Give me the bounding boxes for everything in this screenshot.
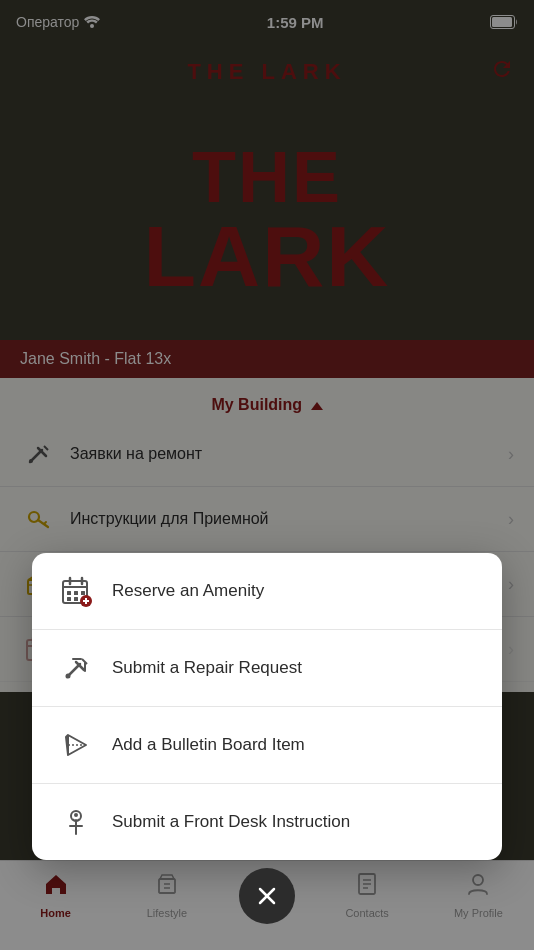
svg-rect-26 <box>74 597 78 601</box>
popup-reserve-text: Reserve an Amenity <box>112 581 264 601</box>
popup-bulletin-text: Add a Bulletin Board Item <box>112 735 305 755</box>
svg-rect-23 <box>74 591 78 595</box>
popup-frontdesk-text: Submit a Front Desk Instruction <box>112 812 350 832</box>
svg-rect-25 <box>67 597 71 601</box>
svg-point-41 <box>74 813 78 817</box>
svg-point-33 <box>66 674 71 679</box>
popup-bulletin-icon <box>56 725 96 765</box>
popup-reserve-icon <box>56 571 96 611</box>
popup-item-frontdesk[interactable]: Submit a Front Desk Instruction <box>32 784 502 860</box>
close-icon <box>255 884 279 908</box>
popup-item-repair[interactable]: Submit a Repair Request <box>32 630 502 707</box>
svg-rect-22 <box>67 591 71 595</box>
popup-repair-icon <box>56 648 96 688</box>
popup-item-bulletin[interactable]: Add a Bulletin Board Item <box>32 707 502 784</box>
svg-rect-24 <box>81 591 85 595</box>
close-button[interactable] <box>239 868 295 924</box>
popup-item-reserve[interactable]: Reserve an Amenity <box>32 553 502 630</box>
popup-frontdesk-icon <box>56 802 96 842</box>
popup-menu: Reserve an Amenity Submit a Repair Reque… <box>32 553 502 860</box>
popup-repair-text: Submit a Repair Request <box>112 658 302 678</box>
